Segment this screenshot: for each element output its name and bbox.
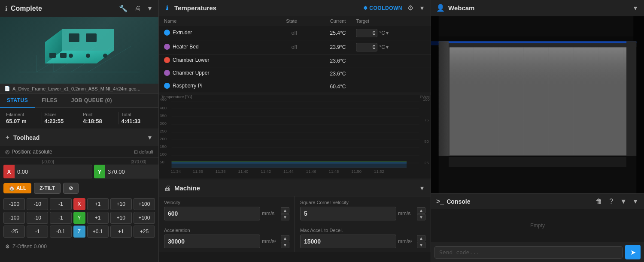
svg-text:11:48: 11:48 (329, 169, 339, 174)
velocity-down-btn[interactable]: ▼ (281, 214, 289, 220)
send-code-button[interactable]: ➤ (625, 245, 641, 259)
y-jog-plus10[interactable]: +10 (110, 212, 132, 224)
send-icon: ➤ (630, 248, 636, 256)
extruder-state: off (262, 26, 302, 40)
y-jog-plus100[interactable]: +100 (134, 212, 155, 224)
extruder-current: 25.4°C (302, 26, 351, 40)
console-input[interactable] (434, 246, 623, 259)
console-expand-btn[interactable]: ▾ (632, 196, 639, 206)
y-jog-minus1[interactable]: -1 (50, 212, 71, 224)
svg-rect-79 (449, 157, 626, 167)
x-jog-minus1[interactable]: -1 (50, 198, 71, 210)
velocity-input[interactable] (164, 207, 260, 220)
tab-job-queue[interactable]: JOB QUEUE (0) (64, 94, 119, 107)
chamber-upper-current: 23.6°C (302, 67, 351, 80)
cooldown-button[interactable]: ❄ COOLDOWN (363, 5, 402, 11)
z-jog-minus01[interactable]: -0.1 (50, 226, 71, 238)
toolhead-section: ✦ Toolhead ▾ ◎ Position: absolute ⊞ defa… (0, 129, 158, 262)
svg-text:350: 350 (160, 114, 167, 118)
chamber-lower-target (351, 54, 431, 67)
y-label: Y (94, 165, 105, 178)
svg-rect-11 (86, 33, 97, 42)
temp-settings-btn[interactable]: ⚙ (406, 3, 415, 13)
temperature-chart: 460 400 350 300 250 200 150 100 50 Tempe… (159, 93, 431, 180)
scv-down-btn[interactable]: ▼ (417, 214, 425, 220)
table-row: Extruder off 25.4°C °C ▾ (159, 26, 431, 40)
velocity-up-btn[interactable]: ▲ (281, 207, 289, 214)
x-hint: [-0.00] (42, 160, 54, 164)
x-jog-plus1[interactable]: +1 (87, 198, 109, 210)
scv-up-btn[interactable]: ▲ (417, 207, 425, 214)
file-icon: 📄 (4, 86, 10, 91)
bed-target-input[interactable] (356, 43, 377, 51)
tab-files[interactable]: FILES (35, 94, 64, 107)
temp-expand-btn[interactable]: ▾ (419, 3, 425, 13)
toolhead-expand-btn[interactable]: ▾ (146, 133, 153, 142)
extruder-target-expand[interactable]: ▾ (386, 30, 389, 36)
z-jog-plus01[interactable]: +0.1 (87, 226, 109, 238)
console-title-row: >_ Console (436, 198, 590, 205)
extruder-target-input[interactable] (356, 29, 377, 37)
mad-steppers: ▲ ▼ (417, 235, 425, 248)
y-jog-minus10[interactable]: -10 (27, 212, 48, 224)
y-value-input[interactable] (105, 165, 158, 178)
y-jog-plus1[interactable]: +1 (87, 212, 109, 224)
y-axis-group: [370.00] Y (94, 160, 158, 178)
motors-off-btn[interactable]: ⊘ (63, 183, 79, 194)
middle-panel: 🌡 Temperatures ❄ COOLDOWN ⚙ ▾ Name State… (159, 0, 431, 262)
x-jog-minus10[interactable]: -10 (27, 198, 48, 210)
scv-field: Square Corner Velocity mm/s ▲ ▼ (295, 196, 431, 224)
info-icon: ℹ (5, 5, 7, 12)
svg-text:400: 400 (160, 106, 167, 110)
x-jog-plus10[interactable]: +10 (110, 198, 132, 210)
webcam-title: Webcam (448, 4, 629, 12)
wrench-icon[interactable]: 🔧 (117, 3, 129, 13)
col-target: Target (351, 16, 431, 26)
svg-text:11:34: 11:34 (170, 169, 181, 174)
accel-input[interactable] (164, 235, 260, 248)
position-icon: ◎ (5, 149, 9, 155)
console-help-btn[interactable]: ? (608, 197, 615, 206)
svg-text:150: 150 (160, 145, 167, 149)
mad-input[interactable] (300, 235, 396, 248)
filament-label: Filament (6, 112, 24, 117)
z-jog-minus25[interactable]: -25 (3, 226, 25, 238)
console-filter-btn[interactable]: ▼ (618, 197, 629, 206)
home-all-btn[interactable]: 🏠 ALL (3, 183, 31, 193)
accel-down-btn[interactable]: ▼ (281, 242, 289, 248)
svg-point-15 (86, 54, 90, 58)
y-jog-minus100[interactable]: -100 (3, 212, 25, 224)
z-jog-minus1[interactable]: -1 (27, 226, 48, 238)
x-axis-group: [-0.00] X (3, 160, 92, 178)
svg-text:11:50: 11:50 (351, 169, 361, 174)
bed-target-expand[interactable]: ▾ (386, 44, 389, 50)
expand-header-btn[interactable]: ▾ (146, 3, 153, 13)
z-jog-plus1[interactable]: +1 (110, 226, 132, 238)
x-input-wrapper: X (3, 165, 92, 178)
bed-state: off (262, 40, 302, 54)
scv-steppers: ▲ ▼ (417, 207, 425, 220)
svg-text:300: 300 (160, 121, 167, 126)
machine-expand-btn[interactable]: ▾ (419, 183, 425, 193)
default-btn[interactable]: ⊞ default (134, 149, 153, 155)
chamber-lower-current: 23.6°C (302, 54, 351, 67)
print-value: 4:18:58 (83, 118, 102, 124)
tab-status[interactable]: STATUS (0, 94, 35, 108)
stat-total: Total 4:41:33 (118, 112, 155, 124)
mad-down-btn[interactable]: ▼ (417, 242, 425, 248)
console-clear-btn[interactable]: 🗑 (594, 197, 604, 206)
accel-up-btn[interactable]: ▲ (281, 235, 289, 241)
x-value-input[interactable] (15, 165, 92, 178)
console-body: Empty (431, 209, 644, 242)
webcam-expand-btn[interactable]: ▾ (632, 3, 639, 13)
z-jog-plus25[interactable]: +25 (134, 226, 155, 238)
x-jog-minus100[interactable]: -100 (3, 198, 25, 210)
mad-up-btn[interactable]: ▲ (417, 235, 425, 241)
bed-target: °C ▾ (351, 40, 431, 54)
x-jog-plus100[interactable]: +100 (134, 198, 155, 210)
y-input-wrapper: Y (94, 165, 158, 178)
scv-input[interactable] (300, 207, 396, 220)
z-tilt-btn[interactable]: Z-TILT (34, 183, 61, 194)
print-icon[interactable]: 🖨 (133, 4, 143, 13)
scv-label: Square Corner Velocity (300, 200, 425, 205)
